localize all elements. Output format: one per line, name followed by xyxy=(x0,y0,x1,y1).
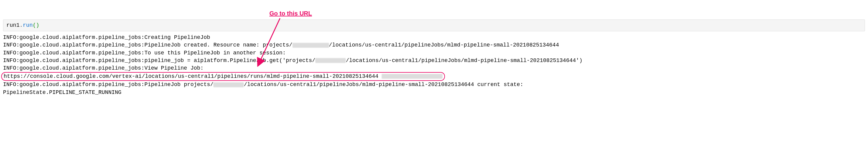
code-method: run xyxy=(23,22,33,28)
log-line: INFO:google.cloud.aiplatform.pipeline_jo… xyxy=(3,34,865,41)
redacted-project-id xyxy=(213,82,244,87)
log-line: INFO:google.cloud.aiplatform.pipeline_jo… xyxy=(3,57,865,65)
log-line: PipelineState.PIPELINE_STATE_RUNNING xyxy=(3,89,865,97)
redacted-project-id xyxy=(292,43,329,48)
log-line: INFO:google.cloud.aiplatform.pipeline_jo… xyxy=(3,41,865,49)
pipeline-url-highlight[interactable]: https://console.cloud.google.com/vertex-… xyxy=(1,72,445,81)
log-line-url: https://console.cloud.google.com/vertex-… xyxy=(3,72,865,81)
redacted-project-query xyxy=(382,74,442,79)
code-input-cell: run1.run() xyxy=(3,20,865,31)
code-object: run1 xyxy=(6,22,20,28)
output-block: INFO:google.cloud.aiplatform.pipeline_jo… xyxy=(0,34,868,97)
code-parens: () xyxy=(33,22,39,28)
annotation-label: Go to this URL xyxy=(269,9,312,17)
redacted-project-id xyxy=(315,58,346,63)
log-line: INFO:google.cloud.aiplatform.pipeline_jo… xyxy=(3,81,865,88)
log-line: INFO:google.cloud.aiplatform.pipeline_jo… xyxy=(3,65,865,72)
code-dot: . xyxy=(20,22,23,28)
log-line: INFO:google.cloud.aiplatform.pipeline_jo… xyxy=(3,49,865,57)
